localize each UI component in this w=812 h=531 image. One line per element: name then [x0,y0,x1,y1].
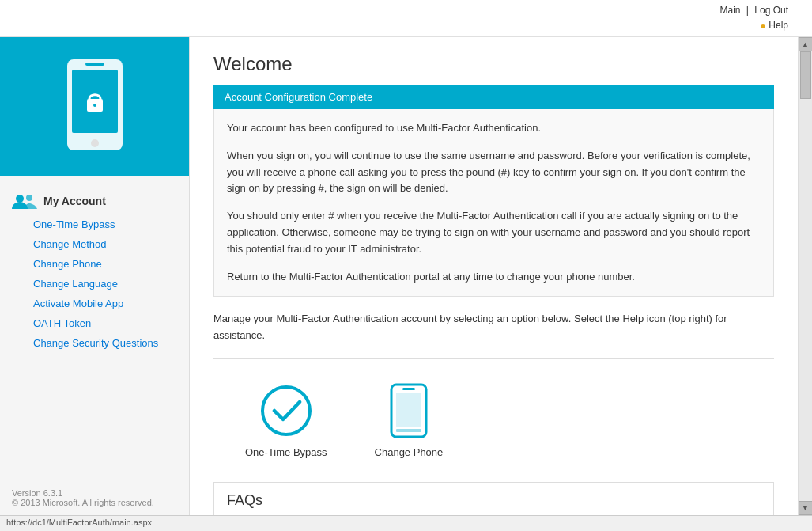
help-circle-icon: ● [760,19,766,32]
sidebar-nav: My Account One-Time Bypass Change Method… [0,176,189,480]
scroll-track[interactable] [799,51,812,501]
sidebar-item-change-language[interactable]: Change Language [0,274,189,294]
sidebar-logo [0,37,189,176]
svg-point-6 [16,195,24,203]
sidebar-item-change-phone[interactable]: Change Phone [0,254,189,274]
my-account-section: My Account [0,184,189,214]
sidebar-item-change-method[interactable]: Change Method [0,234,189,254]
version-text: Version 6.3.1 [12,488,177,498]
svg-point-3 [91,139,99,147]
svg-rect-12 [396,429,421,432]
separator: | [746,5,749,16]
help-link[interactable]: ● Help [760,19,788,32]
manage-text: Manage your Multi-Factor Authentication … [213,311,774,344]
info-box: Your account has been configured to use … [213,109,774,297]
phone-lock-icon [59,55,130,158]
svg-rect-11 [402,388,415,390]
svg-point-8 [262,387,310,434]
sidebar: My Account One-Time Bypass Change Method… [0,37,190,515]
welcome-heading: Welcome [213,53,774,75]
nav-items: One-Time Bypass Change Method Change Pho… [0,214,189,353]
scroll-thumb[interactable] [800,51,811,99]
help-label: Help [769,20,788,31]
info-paragraph-3: You should only enter # when you receive… [227,208,761,257]
top-bar: Main | Log Out ● Help [0,0,812,37]
change-phone-action[interactable]: Change Phone [375,383,444,458]
faqs-section[interactable]: FAQs [213,482,774,515]
sidebar-footer: Version 6.3.1 © 2013 Microsoft. All righ… [0,480,189,515]
top-bar-links: Main | Log Out [719,5,788,16]
copyright-text: © 2013 Microsoft. All rights reserved. [12,498,177,507]
my-account-label: My Account [43,195,106,207]
sidebar-item-oath-token[interactable]: OATH Token [0,313,189,333]
divider [213,358,774,359]
phone-icon-wrapper [59,55,130,158]
info-paragraph-4: Return to the Multi-Factor Authenticatio… [227,269,761,286]
content-area: Welcome Account Configuration Complete Y… [190,37,798,515]
users-icon [12,192,37,211]
logout-link[interactable]: Log Out [754,5,788,16]
svg-point-7 [26,195,32,201]
phone-action-icon [385,383,432,438]
sidebar-item-one-time-bypass[interactable]: One-Time Bypass [0,214,189,234]
config-banner: Account Configuration Complete [213,85,774,109]
scrollbar[interactable]: ▲ ▼ [798,37,812,515]
info-paragraph-1: Your account has been configured to use … [227,120,761,137]
sidebar-item-change-security-questions[interactable]: Change Security Questions [0,333,189,353]
status-url: https://dc1/MultiFactorAuth/main.aspx [6,518,152,527]
svg-point-5 [93,104,96,107]
one-time-bypass-label: One-Time Bypass [245,446,327,458]
top-bar-right: Main | Log Out ● Help [719,5,788,32]
svg-rect-10 [396,393,421,427]
change-phone-label: Change Phone [375,446,444,458]
circle-check-icon [259,383,314,438]
sidebar-item-activate-mobile-app[interactable]: Activate Mobile App [0,294,189,313]
scroll-up-button[interactable]: ▲ [799,37,813,51]
main-link[interactable]: Main [719,5,740,16]
info-paragraph-2: When you sign on, you will continue to u… [227,148,761,197]
faqs-heading: FAQs [227,492,761,509]
svg-rect-2 [85,63,104,66]
scroll-down-button[interactable]: ▼ [799,501,813,515]
one-time-bypass-action[interactable]: One-Time Bypass [245,383,327,458]
status-bar: https://dc1/MultiFactorAuth/main.aspx [0,515,812,531]
main-layout: My Account One-Time Bypass Change Method… [0,37,812,515]
icon-actions: One-Time Bypass Change Phone [213,375,774,474]
